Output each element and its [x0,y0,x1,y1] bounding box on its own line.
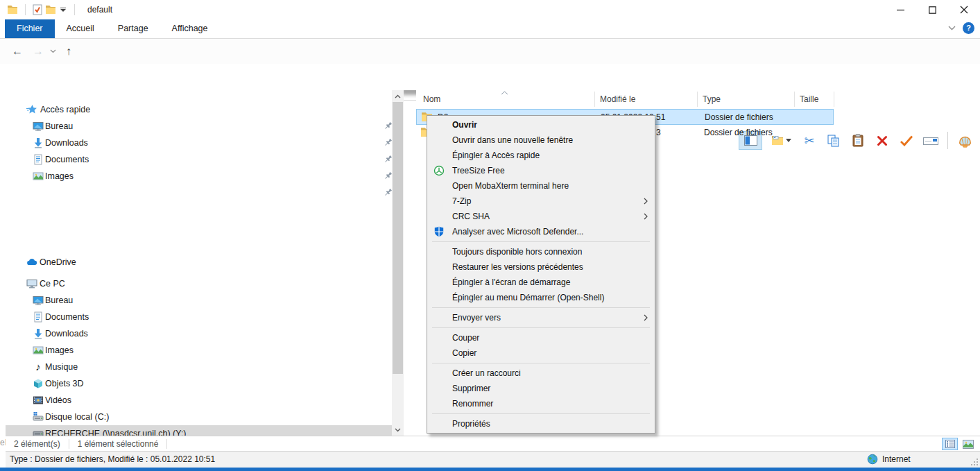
qat-customize-dropdown[interactable] [59,6,67,13]
rename-button[interactable] [921,131,940,150]
menu-item-defender-scan[interactable]: Analyser avec Microsoft Defender... [427,224,655,239]
tab-accueil[interactable]: Accueil [55,19,106,38]
sidebar-item-pc-musique[interactable]: ♪ Musique [6,359,392,375]
sidebar-item-pc-objets-3d[interactable]: Objets 3D [6,375,392,392]
local-disk-icon [33,411,44,422]
menu-item-copy[interactable]: Copier [427,345,655,361]
menu-item-7zip[interactable]: 7-Zip [427,194,655,209]
qat-new-folder-button[interactable] [45,5,56,15]
paste-button[interactable] [848,131,868,150]
menu-item-crc-sha[interactable]: CRC SHA [427,209,655,224]
menu-item-create-shortcut[interactable]: Créer un raccourci [427,366,655,381]
file-type: Dossier de fichiers [705,110,773,126]
menu-separator [432,413,650,414]
sidebar-item-qa-images[interactable]: Images [6,168,392,185]
sidebar-item-pc-downloads[interactable]: Downloads [6,325,392,342]
menu-item-cut[interactable]: Couper [427,330,655,345]
pin-icon [384,138,392,147]
pin-icon [384,171,392,180]
bottom-window-edge [0,468,980,471]
resize-grip[interactable] [970,457,979,466]
menu-item-open-new-window[interactable]: Ouvrir dans une nouvelle fenêtre [427,132,655,148]
menu-item-restore-versions[interactable]: Restaurer les versions précédentes [427,259,655,275]
qat-properties-button[interactable] [33,4,42,15]
menu-item-send-to[interactable]: Envoyer vers [427,310,655,325]
info-bar: Type : Dossier de fichiers, Modifié le :… [6,451,980,468]
tab-partage[interactable]: Partage [106,19,160,38]
3d-objects-cube-icon [33,378,44,389]
forward-button: → [29,39,47,64]
sidebar-scrollbar[interactable] [392,90,404,436]
minimize-button[interactable] [884,0,916,19]
column-header-modifie-le[interactable]: Modifié le [600,90,635,108]
details-view-button[interactable] [942,438,958,450]
music-note-icon: ♪ [33,361,44,372]
menu-separator [432,241,650,242]
scroll-down-chevron-icon[interactable] [392,424,404,436]
window-title: default [87,5,112,15]
menu-item-properties[interactable]: Propriétés [427,416,655,431]
desktop-icon [33,295,44,306]
column-header-type[interactable]: Type [703,90,721,108]
sidebar-item-qa-redacted[interactable] [6,185,392,201]
pin-icon [384,121,392,130]
pictures-icon [33,345,44,356]
submenu-chevron-icon [644,213,648,220]
file-type: Dossier de fichiers [704,125,773,141]
validate-button[interactable] [897,131,916,150]
sidebar-item-pc-recherche-drive[interactable]: RECHERCHE (\\nasdcsr.unil.ch) (Y:) [6,425,392,436]
status-bar: 2 élément(s) 1 élément sélectionné [6,436,980,451]
menu-item-mobaxterm-terminal[interactable]: Open MobaXterm terminal here [427,178,655,194]
maximize-button[interactable] [916,0,948,19]
documents-icon [33,311,44,323]
menu-item-treesize-free[interactable]: TreeSize Free [427,163,655,178]
up-button[interactable]: ↑ [60,39,78,64]
back-button[interactable]: ← [8,39,26,64]
menu-item-rename[interactable]: Renommer [427,396,655,411]
ribbon-collapse-chevron-icon[interactable] [948,26,956,31]
pictures-icon [33,171,44,182]
tab-affichage[interactable]: Affichage [160,19,220,38]
selected-item-details: Type : Dossier de fichiers, Modifié le :… [10,454,215,464]
column-header-taille[interactable]: Taille [800,90,818,108]
close-button[interactable] [948,0,980,19]
menu-item-delete[interactable]: Supprimer [427,381,655,396]
sidebar-item-qa-documents[interactable]: Documents [6,151,392,168]
sidebar-item-pc-videos[interactable]: Vidéos [6,392,392,409]
menu-item-open[interactable]: Ouvrir [427,117,655,132]
sidebar-item-pc-documents[interactable]: Documents [6,309,392,325]
item-count: 2 élément(s) [6,439,69,449]
delete-button[interactable] [872,131,892,150]
menu-separator [432,307,650,308]
menu-item-pin-quick-access[interactable]: Épingler à Accès rapide [427,148,655,163]
recent-locations-chevron-icon[interactable] [50,49,56,53]
globe-icon [867,454,878,465]
navigation-pane: Accès rapide Bureau Downloads Documents … [6,90,392,436]
sidebar-item-pc-disque-c[interactable]: Disque local (C:) [6,409,392,425]
sidebar-item-qa-downloads[interactable]: Downloads [6,135,392,151]
thumbnails-view-button[interactable] [960,438,976,450]
pin-icon [384,188,392,197]
column-header-nom[interactable]: Nom [423,90,440,108]
sidebar-item-qa-bureau[interactable]: Bureau [6,118,392,135]
network-drive-icon [33,428,44,436]
menu-item-pin-start-menu-openshell[interactable]: Épingler au menu Démarrer (Open-Shell) [427,290,655,305]
menu-item-pin-start-screen[interactable]: Épingler à l'écran de démarrage [427,275,655,290]
window-folder-icon [7,5,18,15]
menu-separator [432,327,650,328]
classic-shell-icon[interactable] [955,131,974,150]
sidebar-item-ce-pc[interactable]: Ce PC [6,275,392,292]
command-toolbar: ✂ [0,64,980,90]
sort-ascending-chevron-icon [501,91,508,95]
tab-fichier[interactable]: Fichier [5,19,55,38]
sidebar-item-quick-access[interactable]: Accès rapide [6,101,392,118]
sidebar-item-pc-images[interactable]: Images [6,342,392,359]
scrollbar-thumb[interactable] [393,102,403,374]
menu-item-offline-available[interactable]: Toujours disponible hors connexion [427,244,655,259]
help-button[interactable]: ? [963,22,974,34]
context-menu: Ouvrir Ouvrir dans une nouvelle fenêtre … [427,115,655,434]
sidebar-item-onedrive[interactable]: OneDrive [6,254,392,271]
documents-icon [33,154,44,165]
scroll-up-chevron-icon[interactable] [392,90,404,102]
sidebar-item-pc-bureau[interactable]: Bureau [6,292,392,309]
